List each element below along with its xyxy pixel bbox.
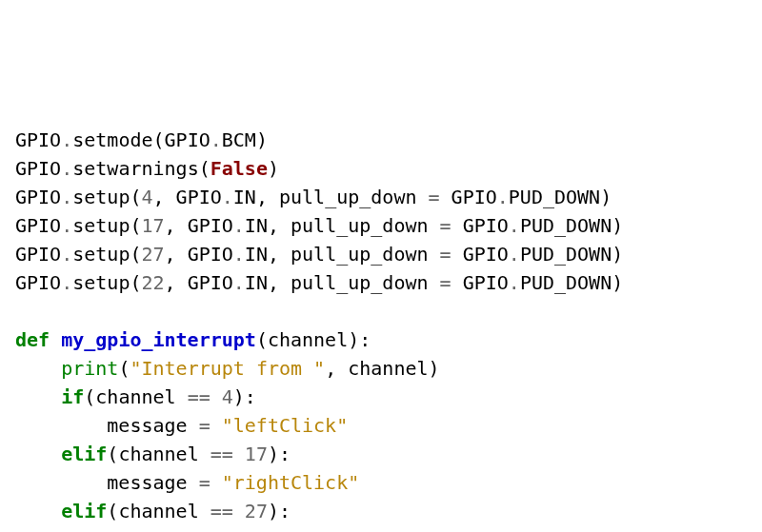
code-line-print: print("Interrupt from ", channel) bbox=[15, 354, 747, 383]
code-line-4: GPIO.setup(17, GPIO.IN, pull_up_down = G… bbox=[15, 211, 747, 240]
code-line-if: if(channel == 4): bbox=[15, 383, 747, 411]
code-line-5: GPIO.setup(27, GPIO.IN, pull_up_down = G… bbox=[15, 240, 747, 268]
code-line-2: GPIO.setwarnings(False) bbox=[15, 154, 747, 183]
code-line-elif-2: elif(channel == 27): bbox=[15, 497, 747, 525]
code-line-assign-3: message = "doubleClick" bbox=[15, 525, 747, 532]
code-line-assign-1: message = "leftClick" bbox=[15, 411, 747, 440]
code-line-3: GPIO.setup(4, GPIO.IN, pull_up_down = GP… bbox=[15, 183, 747, 211]
code-line-1: GPIO.setmode(GPIO.BCM) bbox=[15, 126, 747, 154]
function-name: my_gpio_interrupt bbox=[61, 328, 256, 351]
keyword-elif: elif bbox=[61, 443, 107, 465]
builtin-print: print bbox=[61, 357, 118, 380]
keyword-def: def bbox=[15, 328, 50, 351]
code-line-elif-1: elif(channel == 17): bbox=[15, 440, 747, 468]
code-line-blank bbox=[15, 297, 747, 325]
code-block: GPIO.setmode(GPIO.BCM)GPIO.setwarnings(F… bbox=[15, 126, 747, 532]
code-line-6: GPIO.setup(22, GPIO.IN, pull_up_down = G… bbox=[15, 268, 747, 297]
keyword-if: if bbox=[61, 385, 84, 408]
code-line-assign-2: message = "rightClick" bbox=[15, 468, 747, 497]
keyword-elif: elif bbox=[61, 500, 107, 522]
keyword-false: False bbox=[211, 157, 268, 180]
code-line-def: def my_gpio_interrupt(channel): bbox=[15, 325, 747, 354]
